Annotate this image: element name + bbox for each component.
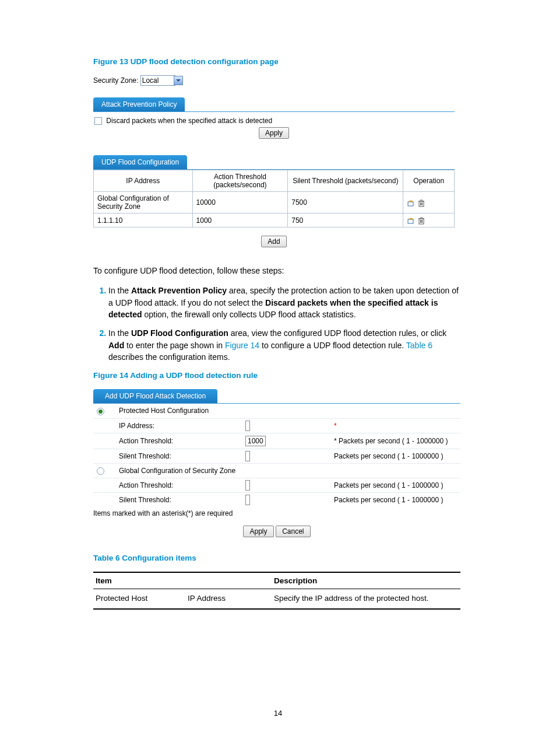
cell-ip: 1.1.1.10 bbox=[94, 214, 193, 228]
add-detection-table: Protected Host Configuration IP Address:… bbox=[93, 404, 460, 507]
global-action-threshold-hint: Packets per second ( 1 - 1000000 ) bbox=[330, 478, 460, 492]
edit-icon[interactable] bbox=[407, 216, 415, 225]
discard-checkbox[interactable] bbox=[94, 117, 102, 125]
intro-text: To configure UDP flood detection, follow… bbox=[93, 265, 463, 276]
cell-op bbox=[403, 214, 455, 228]
add-detection-tab[interactable]: Add UDP Flood Attack Detection bbox=[93, 389, 217, 403]
table-row: Protected Host IP Address Specify the IP… bbox=[93, 589, 460, 609]
cell-ip: Global Configuration of Security Zone bbox=[94, 192, 193, 214]
table-row: 1.1.1.10 1000 750 bbox=[94, 214, 455, 228]
apply-row: Apply bbox=[93, 127, 455, 139]
protected-host-label: Protected Host Configuration bbox=[115, 404, 460, 418]
required-asterisk: * bbox=[334, 422, 337, 430]
th-item: Item bbox=[93, 572, 272, 589]
global-silent-threshold-label: Silent Threshold: bbox=[115, 492, 242, 507]
table-6: Item Description Protected Host IP Addre… bbox=[93, 572, 460, 610]
attack-policy-tabstrip: Attack Prevention Policy bbox=[93, 97, 455, 112]
step-1: In the Attack Prevention Policy area, sp… bbox=[108, 285, 463, 320]
svg-rect-7 bbox=[408, 219, 413, 223]
cell-silent: 7500 bbox=[288, 192, 403, 214]
global-silent-threshold-input[interactable] bbox=[245, 495, 250, 505]
discard-label: Discard packets when the specified attac… bbox=[106, 117, 272, 125]
table-row: Global Configuration of Security Zone 10… bbox=[94, 192, 455, 214]
apply-button[interactable]: Apply bbox=[243, 526, 273, 537]
ip-address-input[interactable] bbox=[245, 421, 250, 431]
th-operation: Operation bbox=[403, 170, 455, 192]
silent-threshold-label: Silent Threshold: bbox=[115, 449, 242, 463]
action-threshold-label: Action Threshold: bbox=[115, 433, 242, 449]
udp-config-table: IP Address Action Threshold (packets/sec… bbox=[93, 170, 455, 228]
required-note: Items marked with an asterisk(*) are req… bbox=[93, 507, 460, 523]
figure-14-link[interactable]: Figure 14 bbox=[225, 341, 259, 350]
global-action-threshold-input[interactable] bbox=[245, 480, 250, 491]
page-number: 14 bbox=[93, 709, 463, 718]
cell-item: Protected Host bbox=[93, 589, 185, 609]
add-detection-tabstrip: Add UDP Flood Attack Detection bbox=[93, 389, 460, 404]
figure-13-caption: Figure 13 UDP flood detection configurat… bbox=[93, 57, 463, 66]
steps-list: In the Attack Prevention Policy area, sp… bbox=[93, 285, 463, 363]
cancel-button[interactable]: Cancel bbox=[276, 526, 310, 537]
action-threshold-hint: * Packets per second ( 1 - 1000000 ) bbox=[330, 433, 460, 449]
table-6-link[interactable]: Table 6 bbox=[406, 341, 432, 350]
silent-threshold-hint: Packets per second ( 1 - 1000000 ) bbox=[330, 449, 460, 463]
edit-icon[interactable] bbox=[407, 199, 415, 207]
table-6-caption: Table 6 Configuration items bbox=[93, 554, 463, 562]
security-zone-select[interactable]: Local bbox=[140, 75, 175, 86]
global-silent-threshold-hint: Packets per second ( 1 - 1000000 ) bbox=[330, 492, 460, 507]
chevron-down-icon[interactable] bbox=[174, 76, 183, 85]
trash-icon[interactable] bbox=[417, 216, 425, 225]
svg-rect-0 bbox=[408, 202, 413, 206]
figure-14-caption: Figure 14 Adding a UDP flood detection r… bbox=[93, 371, 463, 380]
th-description: Description bbox=[272, 572, 460, 589]
add-button[interactable]: Add bbox=[261, 236, 286, 247]
global-action-threshold-label: Action Threshold: bbox=[115, 478, 242, 492]
th-ip: IP Address bbox=[94, 170, 193, 192]
cell-op bbox=[403, 192, 455, 214]
trash-icon[interactable] bbox=[417, 199, 425, 207]
udp-config-tab[interactable]: UDP Flood Configuration bbox=[93, 155, 187, 169]
apply-button[interactable]: Apply bbox=[259, 127, 289, 139]
step-2: In the UDP Flood Configuration area, vie… bbox=[108, 327, 463, 363]
security-zone-row: Security Zone: Local bbox=[93, 75, 463, 86]
th-action: Action Threshold (packets/second) bbox=[192, 170, 288, 192]
th-silent: Silent Threshold (packets/second) bbox=[288, 170, 403, 192]
protected-host-radio[interactable] bbox=[97, 408, 104, 415]
silent-threshold-input[interactable] bbox=[245, 451, 250, 461]
ip-address-label: IP Address: bbox=[115, 418, 242, 433]
cell-action: 10000 bbox=[192, 192, 288, 214]
cell-subitem: IP Address bbox=[185, 589, 272, 609]
attack-policy-tab[interactable]: Attack Prevention Policy bbox=[93, 97, 185, 111]
cell-action: 1000 bbox=[192, 214, 288, 228]
discard-row: Discard packets when the specified attac… bbox=[93, 112, 455, 127]
global-config-radio[interactable] bbox=[97, 467, 104, 475]
action-threshold-input[interactable]: 1000 bbox=[245, 436, 266, 446]
security-zone-label: Security Zone: bbox=[93, 76, 138, 85]
cell-description: Specify the IP address of the protected … bbox=[272, 589, 460, 609]
cell-silent: 750 bbox=[288, 214, 403, 228]
udp-config-tabstrip: UDP Flood Configuration bbox=[93, 155, 455, 170]
global-config-label: Global Configuration of Security Zone bbox=[115, 463, 460, 478]
